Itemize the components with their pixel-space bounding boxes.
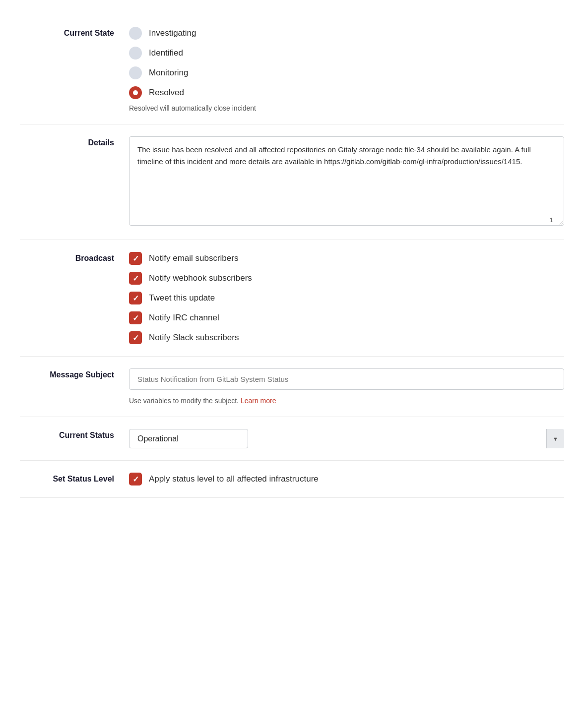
set-status-level-label: Set Status Level	[20, 473, 129, 485]
checkbox-label-status-level: Apply status level to all affected infra…	[149, 474, 319, 484]
char-count: 1	[550, 216, 553, 224]
current-status-label: Current Status	[20, 429, 129, 448]
message-subject-section: Message Subject Use variables to modify …	[20, 357, 564, 417]
details-content: The issue has been resolved and all affe…	[129, 136, 564, 228]
checkbox-irc[interactable]: Notify IRC channel	[129, 311, 564, 324]
radio-label-resolved: Resolved	[149, 88, 184, 98]
radio-label-monitoring: Monitoring	[149, 68, 188, 78]
radio-identified[interactable]: Identified	[129, 47, 564, 60]
hint-text: Use variables to modify the subject.	[129, 397, 239, 405]
current-status-section: Current Status Operational Degraded Perf…	[20, 417, 564, 461]
details-textarea-wrapper: The issue has been resolved and all affe…	[129, 136, 564, 228]
resolved-hint: Resolved will automatically close incide…	[129, 104, 564, 112]
radio-circle-resolved[interactable]	[129, 86, 142, 99]
checkbox-label-irc: Notify IRC channel	[149, 313, 219, 323]
details-label: Details	[20, 136, 129, 228]
checkbox-box-status-level[interactable]	[129, 473, 142, 485]
message-subject-content: Use variables to modify the subject. Lea…	[129, 368, 564, 405]
checkbox-box-webhook[interactable]	[129, 272, 142, 285]
details-textarea[interactable]: The issue has been resolved and all affe…	[129, 136, 564, 226]
radio-resolved[interactable]: Resolved	[129, 86, 564, 99]
radio-monitoring[interactable]: Monitoring	[129, 66, 564, 79]
current-state-content: Investigating Identified Monitoring Reso…	[129, 27, 564, 112]
broadcast-label: Broadcast	[20, 252, 129, 344]
current-status-select[interactable]: Operational Degraded Performance Partial…	[129, 429, 248, 448]
broadcast-content: Notify email subscribers Notify webhook …	[129, 252, 564, 344]
radio-label-investigating: Investigating	[149, 28, 196, 38]
checkbox-box-tweet[interactable]	[129, 292, 142, 304]
radio-investigating[interactable]: Investigating	[129, 27, 564, 40]
current-status-select-wrapper: Operational Degraded Performance Partial…	[129, 429, 564, 448]
set-status-level-content: Apply status level to all affected infra…	[129, 473, 564, 485]
current-state-section: Current State Investigating Identified M…	[20, 15, 564, 124]
radio-circle-monitoring[interactable]	[129, 66, 142, 79]
checkbox-status-level[interactable]: Apply status level to all affected infra…	[129, 473, 564, 485]
chevron-down-icon	[546, 429, 564, 448]
checkbox-label-tweet: Tweet this update	[149, 293, 215, 303]
message-subject-label: Message Subject	[20, 368, 129, 405]
checkbox-box-email[interactable]	[129, 252, 142, 265]
checkbox-box-slack[interactable]	[129, 331, 142, 344]
checkbox-slack[interactable]: Notify Slack subscribers	[129, 331, 564, 344]
checkbox-box-irc[interactable]	[129, 311, 142, 324]
learn-more-link[interactable]: Learn more	[241, 397, 276, 405]
checkbox-label-slack: Notify Slack subscribers	[149, 333, 239, 343]
radio-circle-investigating[interactable]	[129, 27, 142, 40]
radio-circle-identified[interactable]	[129, 47, 142, 60]
message-subject-hint: Use variables to modify the subject. Lea…	[129, 397, 564, 405]
radio-label-identified: Identified	[149, 48, 183, 58]
checkbox-label-email: Notify email subscribers	[149, 253, 238, 263]
message-subject-input[interactable]	[129, 368, 564, 390]
broadcast-section: Broadcast Notify email subscribers Notif…	[20, 240, 564, 357]
current-status-content: Operational Degraded Performance Partial…	[129, 429, 564, 448]
set-status-level-section: Set Status Level Apply status level to a…	[20, 461, 564, 498]
current-state-label: Current State	[20, 27, 129, 112]
checkbox-webhook[interactable]: Notify webhook subscribers	[129, 272, 564, 285]
details-section: Details The issue has been resolved and …	[20, 124, 564, 240]
checkbox-label-webhook: Notify webhook subscribers	[149, 273, 252, 283]
checkbox-email[interactable]: Notify email subscribers	[129, 252, 564, 265]
checkbox-tweet[interactable]: Tweet this update	[129, 292, 564, 304]
